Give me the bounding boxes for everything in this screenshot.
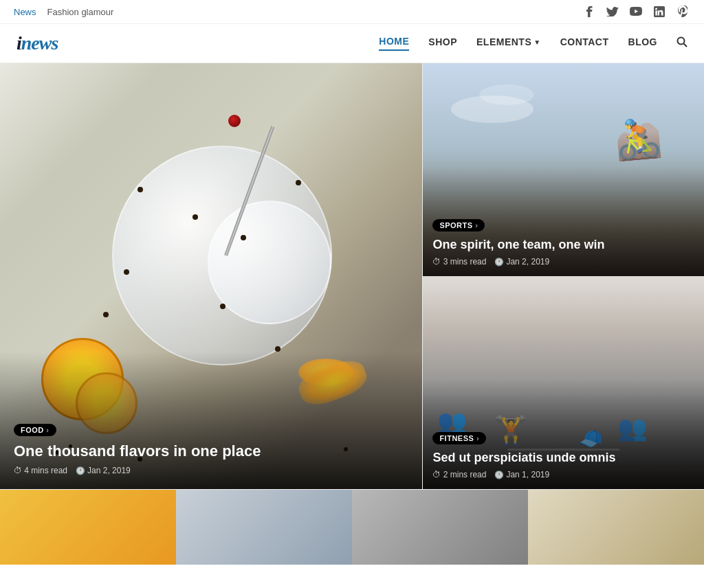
main-nav: HOME SHOP ELEMENTS ▼ CONTACT BLOG	[379, 36, 688, 51]
fitness-content: FITNESS Sed ut perspiciatis unde omnis 2…	[423, 422, 704, 489]
nav-home[interactable]: HOME	[379, 36, 409, 51]
logo-text: news	[21, 32, 58, 54]
twitter-icon[interactable]	[605, 4, 620, 19]
linkedin-icon[interactable]	[652, 4, 667, 19]
nav-elements[interactable]: ELEMENTS ▼	[476, 36, 541, 50]
fitness-category-badge[interactable]: FITNESS	[432, 432, 486, 444]
bottom-strip	[0, 489, 704, 565]
fitness-read-time: 2 mins read	[432, 470, 486, 479]
sports-date: Jan 2, 2019	[494, 257, 549, 267]
news-link[interactable]: News	[14, 7, 36, 17]
sports-title: One spirit, one team, one win	[432, 237, 694, 253]
strip-card-2[interactable]	[176, 490, 352, 565]
social-icons-bar	[582, 4, 690, 19]
sports-content: SPORTS One spirit, one team, one win 3 m…	[423, 209, 704, 276]
featured-article[interactable]: FOOD One thousand flavors in one place 4…	[0, 63, 422, 489]
header: inews HOME SHOP ELEMENTS ▼ CONTACT BLOG	[0, 24, 704, 63]
sports-read-time: 3 mins read	[432, 257, 486, 267]
sports-card[interactable]: 🚵 SPORTS One spirit, one team, one win 3…	[422, 63, 704, 276]
featured-meta: 4 mins read Jan 2, 2019	[14, 466, 408, 475]
svg-point-0	[678, 38, 685, 45]
featured-content: FOOD One thousand flavors in one place 4…	[0, 409, 422, 489]
pinterest-icon[interactable]	[675, 4, 690, 19]
fitness-title: Sed ut perspiciatis unde omnis	[432, 450, 694, 466]
top-bar-left: News Fashion glamour	[14, 7, 113, 17]
nav-shop[interactable]: SHOP	[428, 36, 457, 50]
right-grid: 🚵 SPORTS One spirit, one team, one win 3…	[422, 63, 704, 489]
strip-card-3[interactable]	[352, 490, 528, 565]
featured-category-badge[interactable]: FOOD	[14, 424, 56, 436]
strip-card-1[interactable]	[0, 490, 176, 565]
top-bar: News Fashion glamour	[0, 0, 704, 24]
sports-category-badge[interactable]: SPORTS	[432, 219, 485, 231]
elements-dropdown-arrow: ▼	[534, 38, 540, 46]
strip-card-4[interactable]	[528, 490, 704, 565]
sports-meta: 3 mins read Jan 2, 2019	[432, 257, 694, 267]
featured-title: One thousand flavors in one place	[14, 442, 408, 462]
nav-blog[interactable]: BLOG	[628, 36, 657, 50]
featured-read-time: 4 mins read	[14, 466, 67, 475]
svg-line-1	[684, 44, 688, 47]
logo[interactable]: inews	[16, 32, 58, 54]
facebook-icon[interactable]	[582, 4, 597, 19]
featured-date: Jan 2, 2019	[76, 466, 131, 475]
youtube-icon[interactable]	[628, 4, 644, 19]
nav-contact[interactable]: CONTACT	[560, 36, 609, 50]
search-icon[interactable]	[676, 36, 688, 50]
fitness-card[interactable]: 👥 🏋 👥 🧢 FITNESS Sed ut perspiciatis unde…	[422, 276, 704, 489]
fitness-meta: 2 mins read Jan 1, 2019	[432, 470, 694, 479]
main-grid: FOOD One thousand flavors in one place 4…	[0, 63, 704, 489]
fitness-date: Jan 1, 2019	[494, 470, 549, 479]
tagline: Fashion glamour	[47, 7, 114, 17]
